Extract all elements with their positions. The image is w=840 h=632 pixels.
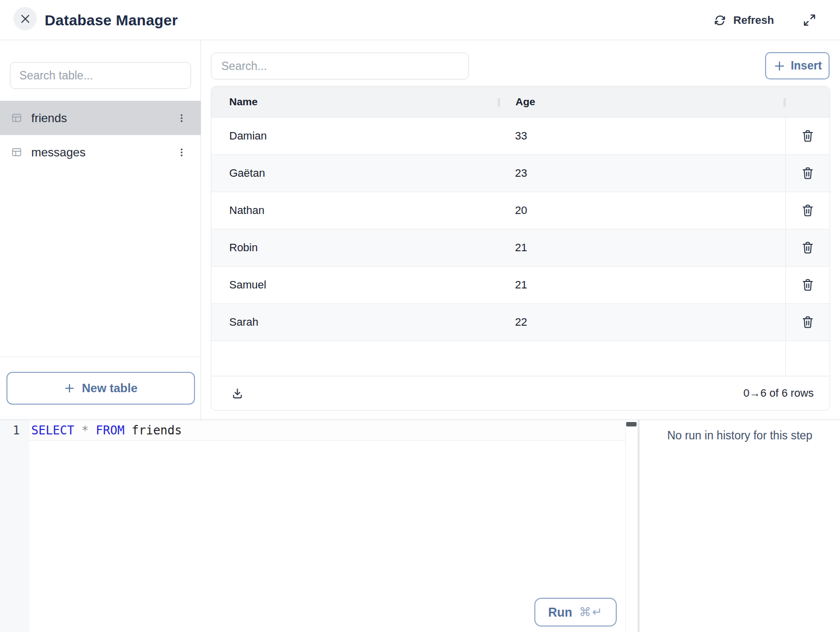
- cell-age[interactable]: 21: [500, 267, 785, 303]
- cell-name[interactable]: Gaëtan: [211, 155, 500, 192]
- cell-age[interactable]: 22: [500, 304, 785, 341]
- table-icon: [11, 146, 22, 158]
- table-row[interactable]: Samuel 21: [211, 266, 830, 303]
- delete-row-button[interactable]: [797, 200, 819, 221]
- trash-icon: [801, 204, 814, 217]
- cell-name[interactable]: Nathan: [211, 192, 500, 229]
- refresh-label: Refresh: [733, 14, 774, 27]
- table-name-label: friends: [31, 111, 173, 125]
- run-history-panel: No run in history for this step: [640, 420, 840, 632]
- delete-row-button[interactable]: [797, 125, 819, 147]
- cell-age[interactable]: 20: [500, 192, 785, 229]
- sql-keyword: SELECT: [31, 423, 74, 437]
- trash-icon: [801, 241, 814, 255]
- table-row[interactable]: Nathan 20: [211, 192, 830, 229]
- sql-identifier: friends: [131, 423, 182, 437]
- download-icon: [231, 387, 244, 400]
- table-icon: [11, 112, 22, 124]
- history-empty-message: No run in history for this step: [640, 429, 840, 442]
- results-table: Name Age Damian 33 Gaëtan 23 Nathan 20: [211, 86, 830, 411]
- cell-age[interactable]: 33: [500, 118, 785, 154]
- column-header-name[interactable]: Name: [211, 86, 501, 117]
- table-row[interactable]: Robin 21: [211, 229, 830, 266]
- column-resize-handle[interactable]: [783, 98, 786, 107]
- delete-row-button[interactable]: [797, 311, 819, 333]
- plus-icon: [773, 60, 786, 72]
- expand-icon: [803, 13, 816, 27]
- insert-label: Insert: [791, 59, 822, 72]
- plus-icon: [64, 382, 75, 394]
- new-table-label: New table: [82, 381, 137, 395]
- table-menu-button[interactable]: [173, 110, 190, 127]
- editor-gutter: 1: [0, 420, 29, 632]
- delete-row-button[interactable]: [797, 162, 819, 184]
- sidebar-item-messages[interactable]: messages: [0, 135, 201, 169]
- column-header-age[interactable]: Age: [501, 86, 786, 117]
- run-label: Run: [548, 605, 573, 620]
- page-title: Database Manager: [45, 0, 178, 40]
- delete-row-button[interactable]: [797, 237, 819, 259]
- editor-scrollbar-thumb[interactable]: [626, 422, 637, 426]
- refresh-button[interactable]: Refresh: [713, 14, 774, 27]
- table-row[interactable]: Sarah 22: [211, 303, 830, 341]
- editor-right-border: [625, 420, 626, 632]
- column-resize-handle[interactable]: [498, 98, 500, 107]
- cell-name[interactable]: Damian: [211, 118, 500, 154]
- sidebar-footer: New table: [0, 356, 201, 420]
- delete-row-button[interactable]: [797, 274, 819, 296]
- refresh-icon: [713, 14, 726, 27]
- search-input[interactable]: [211, 53, 469, 79]
- sql-editor-section: 1 SELECT * FROM friends Run ⌘↵ No run in…: [0, 420, 840, 632]
- line-number: 1: [0, 420, 29, 441]
- table-search-input[interactable]: [10, 62, 191, 89]
- trash-icon: [801, 166, 814, 180]
- table-footer: 0→6 of 6 rows: [211, 376, 830, 410]
- table-menu-button[interactable]: [173, 144, 190, 161]
- close-button[interactable]: [13, 7, 37, 30]
- cell-age[interactable]: 21: [500, 229, 785, 266]
- trash-icon: [801, 129, 814, 143]
- sql-operator: *: [81, 423, 88, 437]
- sidebar: friends messages New: [0, 40, 201, 420]
- trash-icon: [801, 278, 814, 292]
- kebab-icon: [176, 147, 187, 158]
- sql-code-input[interactable]: SELECT * FROM friends: [31, 420, 182, 441]
- table-body: Damian 33 Gaëtan 23 Nathan 20 Robin 21: [211, 117, 830, 341]
- top-bar: Database Manager Refresh: [0, 0, 840, 40]
- run-button[interactable]: Run ⌘↵: [534, 598, 617, 627]
- run-shortcut-hint: ⌘↵: [579, 605, 603, 619]
- close-icon: [20, 13, 31, 24]
- fullscreen-button[interactable]: [803, 13, 816, 27]
- table-header-row: Name Age: [211, 86, 830, 117]
- table-empty-area: [211, 341, 830, 376]
- rows-count-label: 0→6 of 6 rows: [743, 387, 814, 400]
- main-panel: Insert Name Age Damian 33 Gaëtan 23 N: [201, 40, 840, 420]
- insert-button[interactable]: Insert: [765, 52, 830, 79]
- table-row[interactable]: Gaëtan 23: [211, 154, 830, 192]
- download-button[interactable]: [227, 383, 247, 403]
- table-list: friends messages: [0, 101, 201, 169]
- sidebar-item-friends[interactable]: friends: [0, 101, 201, 135]
- table-name-label: messages: [31, 145, 173, 159]
- sql-keyword: FROM: [96, 423, 125, 437]
- cell-name[interactable]: Robin: [211, 229, 500, 266]
- cell-name[interactable]: Samuel: [211, 267, 500, 303]
- new-table-button[interactable]: New table: [6, 372, 195, 405]
- cell-age[interactable]: 23: [500, 155, 785, 192]
- kebab-icon: [176, 113, 187, 124]
- trash-icon: [801, 315, 814, 329]
- table-row[interactable]: Damian 33: [211, 117, 830, 154]
- cell-name[interactable]: Sarah: [211, 304, 500, 341]
